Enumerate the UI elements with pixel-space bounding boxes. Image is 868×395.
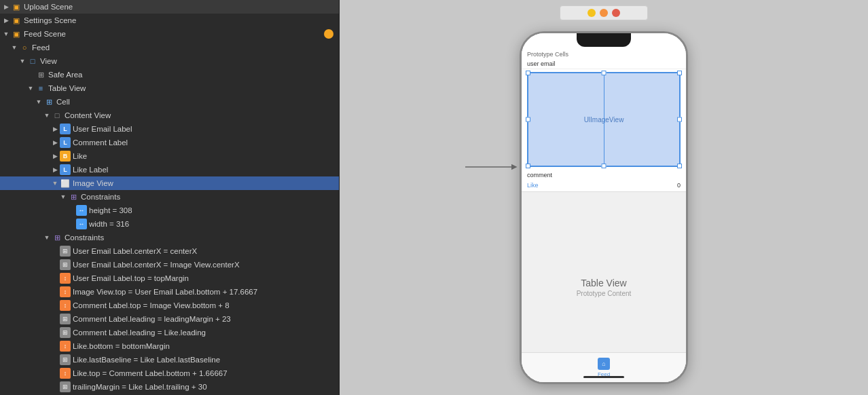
icon-c11: ⊞	[60, 381, 71, 392]
disclosure-cell[interactable]: ▼	[34, 97, 43, 107]
disclosure-c5[interactable]	[50, 301, 60, 310]
disclosure-c6[interactable]	[50, 314, 60, 324]
label-c7: Comment Label.leading = Like.leading	[73, 328, 333, 337]
disclosure-feed-scene[interactable]: ▼	[1, 29, 11, 39]
tree-item-settings-scene[interactable]: ▶▣Settings Scene	[0, 14, 339, 27]
feed-tab-icon: ⌂	[598, 358, 610, 370]
tree-item-c3[interactable]: ↕User Email Label.top = topMargin	[0, 271, 339, 285]
tree-item-c11[interactable]: ⊞trailingMargin = Like Label.trailing + …	[0, 380, 339, 394]
disclosure-c11[interactable]	[50, 382, 60, 392]
feed-tab[interactable]: ⌂ Feed	[598, 358, 610, 377]
disclosure-height-308[interactable]	[67, 206, 76, 215]
tree-item-cell[interactable]: ▼⊞Cell	[0, 95, 339, 109]
disclosure-user-email-label[interactable]: ▶	[50, 124, 60, 134]
disclosure-c7[interactable]	[50, 328, 60, 337]
tree-item-constraints-iv[interactable]: ▼⊞Constraints	[0, 190, 339, 204]
user-email-row: user email	[522, 59, 686, 69]
scene-tree-panel[interactable]: ▶▣Upload Scene▶▣Settings Scene▼▣Feed Sce…	[0, 0, 340, 395]
tree-item-c1[interactable]: ⊞User Email Label.centerX = centerX	[0, 244, 339, 258]
disclosure-settings-scene[interactable]: ▶	[1, 16, 11, 25]
disclosure-c8[interactable]	[50, 341, 60, 351]
disclosure-constraints-main[interactable]: ▼	[42, 233, 52, 242]
tree-item-c7[interactable]: ⊞Comment Label.leading = Like.leading	[0, 326, 339, 339]
icon-height-308: ↔	[76, 205, 87, 216]
disclosure-c1[interactable]	[50, 246, 60, 256]
icon-constraints-main: ⊞	[52, 232, 62, 243]
label-like-label: Like Label	[73, 166, 333, 174]
disclosure-c2[interactable]	[50, 260, 60, 269]
tree-item-user-email-label[interactable]: ▶LUser Email Label	[0, 122, 339, 136]
disclosure-table-view[interactable]: ▼	[26, 83, 35, 93]
tree-item-content-view[interactable]: ▼□Content View	[0, 109, 339, 122]
tree-item-c10[interactable]: ↕Like.top = Comment Label.bottom + 1.666…	[0, 366, 339, 380]
label-c10: Like.top = Comment Label.bottom + 1.6666…	[73, 369, 333, 377]
disclosure-like[interactable]: ▶	[50, 151, 60, 161]
disclosure-c3[interactable]	[50, 274, 60, 283]
tree-item-feed-scene[interactable]: ▼▣Feed Scene	[0, 27, 339, 41]
tree-item-c6[interactable]: ⊞Comment Label.leading = leadingMargin +…	[0, 312, 339, 326]
icon-view: □	[27, 56, 38, 67]
label-c5: Comment Label.top = Image View.bottom + …	[73, 301, 333, 309]
tree-item-c2[interactable]: ⊞User Email Label.centerX = Image View.c…	[0, 258, 339, 271]
disclosure-feed[interactable]: ▼	[10, 43, 19, 52]
label-safe-area: Safe Area	[48, 71, 333, 79]
disclosure-c9[interactable]	[50, 355, 60, 364]
icon-feed-scene: ▣	[11, 29, 22, 39]
prototype-content-label: Prototype Content	[577, 290, 632, 297]
disclosure-view[interactable]: ▼	[18, 56, 27, 66]
tree-item-c8[interactable]: ↕Like.bottom = bottomMargin	[0, 339, 339, 353]
center-line	[604, 73, 604, 166]
label-c2: User Email Label.centerX = Image View.ce…	[73, 261, 333, 269]
tree-item-c9[interactable]: ⊞Like.lastBaseline = Like Label.lastBase…	[0, 353, 339, 366]
icon-image-view: ⬜	[60, 178, 71, 189]
disclosure-content-view[interactable]: ▼	[42, 111, 52, 120]
tree-item-comment-label[interactable]: ▶LComment Label	[0, 136, 339, 149]
disclosure-like-label[interactable]: ▶	[50, 165, 60, 174]
disclosure-constraints-iv[interactable]: ▼	[58, 192, 68, 202]
tree-item-view[interactable]: ▼□View	[0, 54, 339, 68]
tree-item-c5[interactable]: ↕Comment Label.top = Image View.bottom +…	[0, 299, 339, 312]
disclosure-width-316[interactable]	[67, 219, 76, 229]
tree-item-like[interactable]: ▶BLike	[0, 149, 339, 163]
label-user-email-label: User Email Label	[73, 125, 333, 133]
disclosure-image-view[interactable]: ▼	[50, 178, 60, 188]
handle-top-left	[526, 71, 530, 75]
comment-row: comment	[522, 170, 686, 181]
label-c6: Comment Label.leading = leadingMargin + …	[73, 315, 333, 323]
icon-upload-scene: ▣	[11, 1, 22, 12]
tree-item-height-308[interactable]: ↔height = 308	[0, 204, 339, 217]
orange-button[interactable]	[600, 9, 608, 17]
icon-user-email-label: L	[60, 124, 71, 134]
disclosure-c10[interactable]	[50, 369, 60, 378]
disclosure-c4[interactable]	[50, 287, 60, 297]
phone-screen: Prototype Cells user email	[522, 33, 686, 382]
tree-item-like-label[interactable]: ▶LLike Label	[0, 163, 339, 176]
label-c3: User Email Label.top = topMargin	[73, 274, 333, 282]
like-button-label: Like	[527, 182, 539, 189]
tree-item-c4[interactable]: ↕Image View.top = User Email Label.botto…	[0, 285, 339, 299]
tree-item-width-316[interactable]: ↔width = 316	[0, 217, 339, 231]
disclosure-comment-label[interactable]: ▶	[50, 138, 60, 147]
disclosure-safe-area[interactable]	[26, 70, 35, 79]
icon-c1: ⊞	[60, 246, 71, 257]
label-feed-scene: Feed Scene	[24, 30, 324, 38]
label-height-308: height = 308	[89, 206, 333, 214]
label-constraints-iv: Constraints	[81, 193, 333, 201]
disclosure-upload-scene[interactable]: ▶	[1, 2, 11, 12]
label-c9: Like.lastBaseline = Like Label.lastBasel…	[73, 356, 333, 364]
cell-prototype-area: Prototype Cells user email	[522, 33, 686, 192]
segue-arrow	[465, 153, 523, 181]
icon-c3: ↕	[60, 273, 71, 284]
label-view: View	[40, 57, 333, 65]
tree-item-safe-area[interactable]: ⊞Safe Area	[0, 68, 339, 81]
tree-item-upload-scene[interactable]: ▶▣Upload Scene	[0, 0, 339, 14]
tree-item-feed[interactable]: ▼○Feed	[0, 41, 339, 54]
home-bar	[583, 376, 624, 378]
yellow-button[interactable]	[587, 9, 596, 17]
icon-comment-label: L	[60, 137, 71, 148]
table-view-title: Table View	[581, 278, 626, 288]
tree-item-table-view[interactable]: ▼≡Table View	[0, 81, 339, 95]
red-button[interactable]	[612, 9, 620, 17]
tree-item-image-view[interactable]: ▼⬜Image View	[0, 176, 339, 190]
tree-item-constraints-main[interactable]: ▼⊞Constraints	[0, 231, 339, 244]
